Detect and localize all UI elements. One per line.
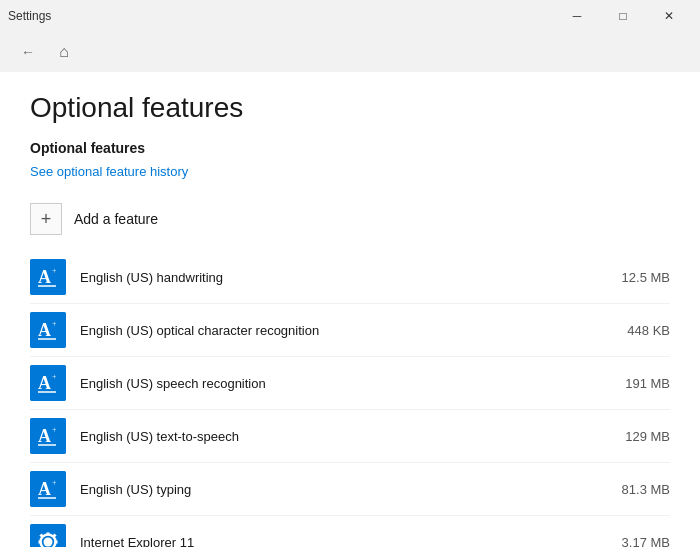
feature-name: English (US) text-to-speech: [80, 429, 586, 444]
list-item[interactable]: A + English (US) typing 81.3 MB: [30, 463, 670, 516]
add-feature-icon: +: [30, 203, 62, 235]
svg-text:+: +: [52, 372, 57, 381]
page-title: Optional features: [30, 92, 670, 124]
svg-text:A: A: [38, 320, 51, 340]
svg-text:A: A: [38, 479, 51, 499]
add-feature-button[interactable]: + Add a feature: [30, 195, 670, 243]
list-item[interactable]: A + English (US) handwriting 12.5 MB: [30, 251, 670, 304]
feature-name: English (US) speech recognition: [80, 376, 586, 391]
titlebar-left: Settings: [8, 9, 51, 23]
svg-text:+: +: [52, 319, 57, 328]
navbar: ← ⌂: [0, 32, 700, 72]
add-feature-label: Add a feature: [74, 211, 158, 227]
list-item[interactable]: Internet Explorer 11 3.17 MB: [30, 516, 670, 547]
titlebar-title: Settings: [8, 9, 51, 23]
feature-size: 129 MB: [600, 429, 670, 444]
feature-icon: A +: [30, 259, 66, 295]
feature-name: English (US) typing: [80, 482, 586, 497]
svg-rect-23: [47, 533, 50, 536]
svg-text:A: A: [38, 267, 51, 287]
svg-text:+: +: [52, 425, 57, 434]
svg-text:A: A: [38, 426, 51, 446]
svg-point-21: [44, 538, 53, 547]
feature-icon: A +: [30, 418, 66, 454]
feature-icon: A +: [30, 471, 66, 507]
feature-icon: A +: [30, 365, 66, 401]
titlebar: Settings ─ □ ✕: [0, 0, 700, 32]
main-content: Optional features Optional features See …: [0, 72, 700, 547]
list-item[interactable]: A + English (US) optical character recog…: [30, 304, 670, 357]
svg-rect-26: [55, 541, 58, 544]
maximize-button[interactable]: □: [600, 0, 646, 32]
feature-size: 448 KB: [600, 323, 670, 338]
feature-name: Internet Explorer 11: [80, 535, 586, 548]
feature-icon: A +: [30, 312, 66, 348]
feature-history-link[interactable]: See optional feature history: [30, 164, 670, 179]
feature-name: English (US) handwriting: [80, 270, 586, 285]
list-item[interactable]: A + English (US) speech recognition 191 …: [30, 357, 670, 410]
home-button[interactable]: ⌂: [48, 36, 80, 68]
section-heading: Optional features: [30, 140, 670, 156]
feature-icon: [30, 524, 66, 547]
svg-text:A: A: [38, 373, 51, 393]
minimize-button[interactable]: ─: [554, 0, 600, 32]
back-button[interactable]: ←: [12, 36, 44, 68]
feature-name: English (US) optical character recogniti…: [80, 323, 586, 338]
svg-text:+: +: [52, 266, 57, 275]
feature-size: 3.17 MB: [600, 535, 670, 548]
feature-size: 81.3 MB: [600, 482, 670, 497]
feature-list: A + English (US) handwriting 12.5 MB A +: [30, 251, 670, 547]
titlebar-controls: ─ □ ✕: [554, 0, 692, 32]
close-button[interactable]: ✕: [646, 0, 692, 32]
svg-text:+: +: [52, 478, 57, 487]
list-item[interactable]: A + English (US) text-to-speech 129 MB: [30, 410, 670, 463]
svg-rect-25: [39, 541, 42, 544]
feature-size: 12.5 MB: [600, 270, 670, 285]
feature-size: 191 MB: [600, 376, 670, 391]
